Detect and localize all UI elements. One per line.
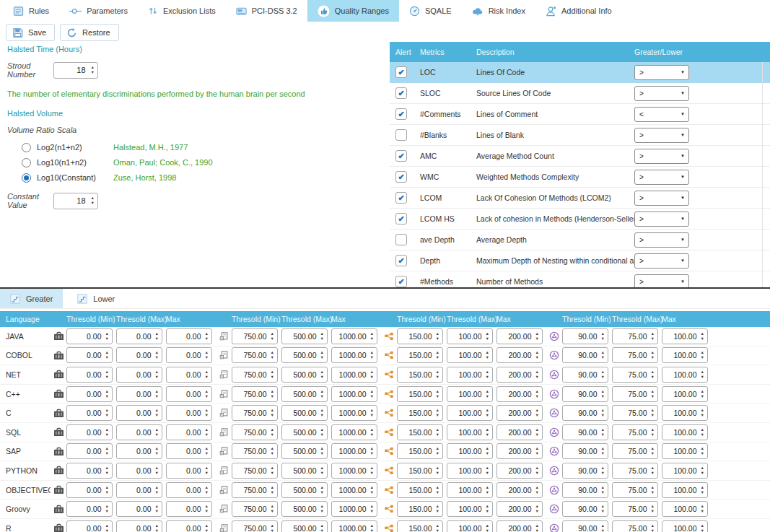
spinner-arrows[interactable]: ▲▼ — [601, 486, 608, 494]
spinner-arrows[interactable]: ▲▼ — [155, 370, 162, 379]
threshold-input[interactable]: 90.00▲▼ — [562, 443, 608, 459]
spinner-arrows[interactable]: ▲▼ — [271, 409, 277, 417]
tab-lower[interactable]: Lower — [67, 289, 125, 308]
threshold-input[interactable]: 0.00▲▼ — [166, 328, 212, 344]
spinner-arrows[interactable]: ▲▼ — [91, 196, 97, 205]
spinner-arrows[interactable]: ▲▼ — [105, 466, 112, 475]
spinner-arrows[interactable]: ▲▼ — [701, 486, 707, 494]
spinner-arrows[interactable]: ▲▼ — [701, 370, 707, 379]
metric-row-blanks[interactable]: #BlanksLines of Blank>▼ — [390, 125, 770, 146]
threshold-input[interactable]: 0.00▲▼ — [116, 347, 162, 363]
threshold-input[interactable]: 100.00▲▼ — [447, 501, 493, 517]
threshold-input[interactable]: 1000.00▲▼ — [331, 501, 377, 517]
spinner-arrows[interactable]: ▲▼ — [320, 447, 327, 455]
spinner-arrows[interactable]: ▲▼ — [701, 332, 707, 341]
spinner-arrows[interactable]: ▲▼ — [155, 524, 162, 532]
threshold-input[interactable]: 1000.00▲▼ — [331, 386, 377, 402]
spinner-arrows[interactable]: ▲▼ — [436, 486, 442, 494]
threshold-input[interactable]: 750.00▲▼ — [232, 328, 278, 344]
spinner-arrows[interactable]: ▲▼ — [701, 390, 707, 398]
spinner-arrows[interactable]: ▲▼ — [271, 486, 277, 494]
greater-lower-select[interactable]: >▼ — [634, 253, 689, 269]
greater-lower-select[interactable]: >▼ — [634, 212, 689, 227]
threshold-input[interactable]: 150.00▲▼ — [397, 405, 443, 421]
save-button[interactable]: Save — [6, 24, 55, 41]
threshold-input[interactable]: 100.00▲▼ — [447, 424, 493, 440]
threshold-input[interactable]: 0.00▲▼ — [66, 443, 113, 459]
threshold-input[interactable]: 0.00▲▼ — [116, 424, 162, 440]
threshold-input[interactable]: 75.00▲▼ — [612, 405, 658, 421]
spinner-arrows[interactable]: ▲▼ — [105, 409, 112, 417]
threshold-input[interactable]: 200.00▲▼ — [496, 328, 543, 344]
threshold-input[interactable]: 90.00▲▼ — [562, 328, 608, 344]
threshold-input[interactable]: 750.00▲▼ — [232, 463, 278, 479]
threshold-input[interactable]: 750.00▲▼ — [232, 347, 278, 363]
spinner-arrows[interactable]: ▲▼ — [486, 447, 492, 455]
tab-additional-info[interactable]: Additional Info — [535, 0, 622, 22]
threshold-input[interactable]: 150.00▲▼ — [397, 501, 443, 517]
spinner-arrows[interactable]: ▲▼ — [105, 370, 112, 379]
threshold-input[interactable]: 200.00▲▼ — [496, 463, 543, 479]
spinner-arrows[interactable]: ▲▼ — [436, 524, 442, 532]
spinner-arrows[interactable]: ▲▼ — [486, 332, 492, 341]
spinner-arrows[interactable]: ▲▼ — [105, 486, 112, 494]
threshold-input[interactable]: 200.00▲▼ — [496, 424, 543, 440]
threshold-input[interactable]: 0.00▲▼ — [116, 443, 162, 459]
spinner-arrows[interactable]: ▲▼ — [155, 409, 162, 417]
threshold-input[interactable]: 100.00▲▼ — [447, 328, 493, 344]
spinner-arrows[interactable]: ▲▼ — [486, 505, 492, 513]
spinner-arrows[interactable]: ▲▼ — [601, 409, 608, 417]
spinner-arrows[interactable]: ▲▼ — [701, 524, 707, 532]
threshold-input[interactable]: 75.00▲▼ — [612, 367, 658, 383]
spinner-arrows[interactable]: ▲▼ — [370, 486, 377, 494]
spinner-arrows[interactable]: ▲▼ — [105, 524, 112, 532]
threshold-input[interactable]: 90.00▲▼ — [562, 463, 608, 479]
threshold-input[interactable]: 0.00▲▼ — [166, 405, 212, 421]
threshold-input[interactable]: 0.00▲▼ — [116, 482, 162, 498]
greater-lower-select[interactable]: >▼ — [634, 170, 689, 185]
threshold-input[interactable]: 0.00▲▼ — [66, 501, 113, 517]
spinner-arrows[interactable]: ▲▼ — [205, 332, 211, 341]
tab-sqale[interactable]: SQALE — [399, 0, 462, 22]
threshold-input[interactable]: 75.00▲▼ — [612, 386, 658, 402]
threshold-input[interactable]: 150.00▲▼ — [397, 520, 443, 532]
threshold-input[interactable]: 750.00▲▼ — [232, 443, 278, 459]
threshold-input[interactable]: 0.00▲▼ — [166, 424, 212, 440]
spinner-arrows[interactable]: ▲▼ — [155, 447, 162, 455]
alert-checkbox[interactable]: ✔ — [395, 150, 407, 162]
threshold-input[interactable]: 0.00▲▼ — [166, 482, 212, 498]
spinner-arrows[interactable]: ▲▼ — [370, 390, 377, 398]
threshold-input[interactable]: 750.00▲▼ — [232, 520, 278, 532]
spinner-arrows[interactable]: ▲▼ — [370, 466, 377, 475]
spinner-arrows[interactable]: ▲▼ — [486, 524, 492, 532]
threshold-input[interactable]: 75.00▲▼ — [612, 482, 658, 498]
spinner-arrows[interactable]: ▲▼ — [105, 390, 112, 398]
spinner-arrows[interactable]: ▲▼ — [205, 428, 211, 437]
spinner-arrows[interactable]: ▲▼ — [155, 505, 162, 513]
spinner-arrows[interactable]: ▲▼ — [320, 351, 327, 359]
spinner-arrows[interactable]: ▲▼ — [486, 466, 492, 475]
threshold-input[interactable]: 500.00▲▼ — [281, 501, 328, 517]
threshold-input[interactable]: 90.00▲▼ — [562, 520, 608, 532]
greater-lower-select[interactable]: >▼ — [634, 128, 689, 143]
spinner-arrows[interactable]: ▲▼ — [486, 486, 492, 494]
radio-icon[interactable] — [22, 158, 31, 167]
spinner-arrows[interactable]: ▲▼ — [436, 505, 442, 513]
radio-option-log2-n1-n2[interactable]: Log2(n1+n2)Halstead, M.H., 1977 — [22, 141, 384, 153]
threshold-input[interactable]: 100.00▲▼ — [447, 367, 493, 383]
threshold-input[interactable]: 200.00▲▼ — [496, 405, 543, 421]
spinner-arrows[interactable]: ▲▼ — [271, 428, 277, 437]
spinner-arrows[interactable]: ▲▼ — [91, 66, 97, 74]
threshold-input[interactable]: 750.00▲▼ — [232, 501, 278, 517]
spinner-arrows[interactable]: ▲▼ — [320, 409, 327, 417]
threshold-input[interactable]: 90.00▲▼ — [562, 367, 608, 383]
spinner-arrows[interactable]: ▲▼ — [535, 524, 542, 532]
threshold-input[interactable]: 0.00▲▼ — [66, 386, 113, 402]
spinner-arrows[interactable]: ▲▼ — [155, 332, 162, 341]
spinner-arrows[interactable]: ▲▼ — [205, 466, 211, 475]
threshold-input[interactable]: 0.00▲▼ — [116, 501, 162, 517]
threshold-input[interactable]: 100.00▲▼ — [662, 424, 708, 440]
metric-row-lcom[interactable]: ✔LCOMLack Of Cohesion Of Methods (LCOM2)… — [390, 188, 770, 209]
spinner-arrows[interactable]: ▲▼ — [486, 390, 492, 398]
tab-risk-index[interactable]: Risk Index — [462, 0, 535, 22]
